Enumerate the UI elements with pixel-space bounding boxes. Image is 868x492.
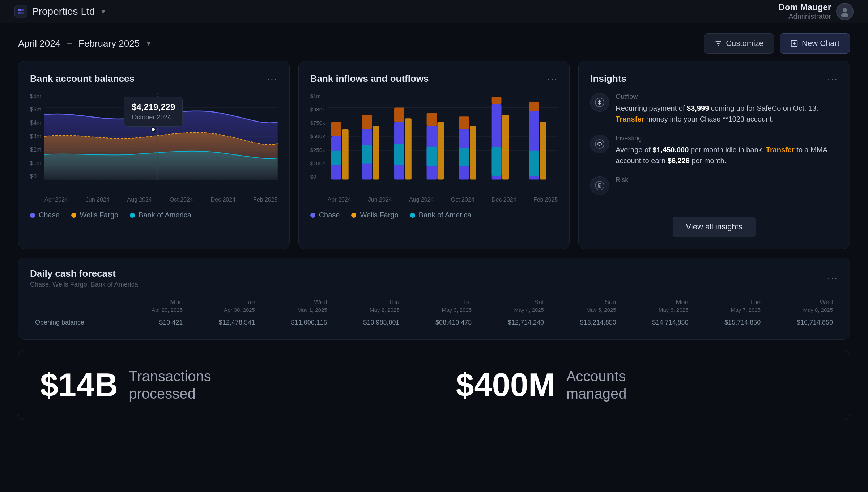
svg-rect-35 <box>426 147 437 166</box>
bank-flows-header: Bank inflows and outflows ··· <box>310 73 558 84</box>
svg-point-50 <box>595 140 604 148</box>
insight-outflow-text: Recurring payment of $3,999 coming up fo… <box>616 103 838 124</box>
insights-header: Insights ··· <box>590 73 838 84</box>
svg-rect-48 <box>540 122 546 179</box>
bank-balances-menu[interactable]: ··· <box>267 73 277 84</box>
toolbar-actions: Customize New Chart <box>704 33 850 54</box>
forecast-table: MonApr 29, 2025 TueApr 30, 2025 WedMay 1… <box>30 296 838 329</box>
flows-legend-chase: Chase <box>310 211 340 219</box>
balance-val-9: $15,714,850 <box>693 317 765 328</box>
svg-rect-42 <box>491 97 501 104</box>
bank-flows-legend: Chase Wells Fargo Bank of America <box>310 211 558 219</box>
forecast-header-row: MonApr 29, 2025 TueApr 30, 2025 WedMay 1… <box>31 296 837 316</box>
insight-risk-category: Risk <box>616 176 628 184</box>
svg-rect-36 <box>437 122 444 179</box>
toolbar: April 2024 → February 2025 ▾ Customize N… <box>0 23 868 61</box>
stat-transactions-label: Transactionsprocessed <box>129 368 211 402</box>
y-axis: $6m $5m $4m $3m $2m $1m $0 <box>30 93 43 180</box>
daily-forecast-row: Daily cash forecast Chase, Wells Fargo, … <box>18 258 850 340</box>
customize-icon <box>714 39 722 47</box>
col-mon1: MonApr 29, 2025 <box>124 296 187 316</box>
col-tue2: TueMay 7, 2025 <box>693 296 765 316</box>
stats-row: $14B Transactionsprocessed $400M Account… <box>18 350 850 420</box>
risk-icon <box>590 176 609 195</box>
balance-val-7: $13,214,850 <box>549 317 621 328</box>
flows-legend-wf: Wells Fargo <box>351 211 398 219</box>
svg-rect-32 <box>405 118 412 179</box>
user-info: Dom Mauger Administrator <box>779 2 854 21</box>
balance-val-6: $12,714,240 <box>477 317 548 328</box>
forecast-header: Daily cash forecast Chase, Wells Fargo, … <box>30 268 838 288</box>
transfer-link-1[interactable]: Transfer <box>616 115 644 123</box>
flows-y-axis: $1m $980k $750k $500k $250k $100k $0 <box>310 93 326 180</box>
company-chevron[interactable]: ▾ <box>101 7 105 16</box>
bank-flows-menu[interactable]: ··· <box>547 73 558 84</box>
insight-outflow-category: Outflow <box>616 93 838 101</box>
svg-rect-2 <box>18 12 21 14</box>
balance-val-4: $10,985,001 <box>332 317 404 328</box>
svg-point-5 <box>841 13 848 17</box>
balance-val-5: $08,410,475 <box>404 317 476 328</box>
svg-point-14 <box>155 116 160 122</box>
svg-point-51 <box>599 142 600 143</box>
user-role: Administrator <box>779 12 831 21</box>
legend-boa: Bank of America <box>130 211 191 219</box>
stat-transactions-value: $14B <box>40 369 118 401</box>
app-icon <box>14 5 27 18</box>
view-all-insights-button[interactable]: View all insights <box>673 217 756 237</box>
svg-rect-23 <box>331 151 341 165</box>
balance-val-2: $12,478,541 <box>188 317 259 328</box>
navbar: Properties Ltd ▾ Dom Mauger Administrato… <box>0 0 868 23</box>
svg-point-52 <box>595 181 604 190</box>
bank-flows-chart: $1m $980k $750k $500k $250k $100k $0 Apr… <box>310 93 558 194</box>
svg-rect-27 <box>362 145 372 164</box>
bank-balances-chart: $4,219,229 October 2024 <box>30 93 278 194</box>
svg-rect-34 <box>426 113 437 126</box>
transfer-link-2[interactable]: Transfer <box>766 146 795 154</box>
balance-val-8: $14,714,850 <box>621 317 693 328</box>
opening-balance-label: Opening balance <box>31 317 123 328</box>
date-range[interactable]: April 2024 → February 2025 ▾ <box>18 38 150 49</box>
svg-rect-26 <box>362 115 372 129</box>
flows-x-axis: Apr 2024 Jun 2024 Aug 2024 Oct 2024 Dec … <box>328 196 558 203</box>
col-fri: FriMay 3, 2025 <box>404 296 476 316</box>
new-chart-button[interactable]: New Chart <box>780 33 850 54</box>
col-mon2: MonMay 6, 2025 <box>621 296 693 316</box>
bank-balances-legend: Chase Wells Fargo Bank of America <box>30 211 278 219</box>
company-name: Properties Ltd <box>32 6 95 17</box>
stat-transactions: $14B Transactionsprocessed <box>18 350 434 420</box>
legend-dot-chase <box>30 213 35 218</box>
stat-accounts-value: $400M <box>456 369 556 401</box>
svg-rect-46 <box>529 102 539 111</box>
svg-rect-47 <box>529 151 539 176</box>
investing-icon <box>590 135 609 153</box>
bank-balances-svg <box>44 93 278 180</box>
svg-point-4 <box>843 8 847 12</box>
svg-rect-24 <box>342 129 348 179</box>
date-chevron[interactable]: ▾ <box>147 39 150 48</box>
svg-rect-43 <box>491 147 501 176</box>
balance-val-1: $10,421 <box>124 317 187 328</box>
col-tue1: TueApr 30, 2025 <box>188 296 259 316</box>
svg-rect-1 <box>21 9 24 11</box>
svg-rect-38 <box>459 116 469 129</box>
date-start: April 2024 <box>18 38 60 49</box>
insight-investing-category: Investing <box>616 135 838 142</box>
svg-rect-22 <box>331 122 341 136</box>
balance-val-3: $11,000,115 <box>260 317 332 328</box>
forecast-subtitle: Chase, Wells Fargo, Bank of America <box>30 281 138 288</box>
customize-button[interactable]: Customize <box>704 33 774 54</box>
svg-rect-0 <box>18 9 21 11</box>
balance-val-10: $16,714,850 <box>766 317 837 328</box>
col-wed2: WedMay 8, 2025 <box>766 296 837 316</box>
insights-menu[interactable]: ··· <box>827 73 838 84</box>
insight-investing-content: Investing Average of $1,450,000 per mont… <box>616 135 838 166</box>
new-chart-icon <box>790 39 798 47</box>
svg-rect-30 <box>394 107 404 122</box>
bank-flows-card: Bank inflows and outflows ··· <box>298 61 570 249</box>
avatar <box>836 3 854 20</box>
svg-rect-31 <box>394 144 404 165</box>
forecast-menu[interactable]: ··· <box>827 272 838 284</box>
bank-balances-header: Bank account balances ··· <box>30 73 278 84</box>
user-text: Dom Mauger Administrator <box>779 2 831 21</box>
